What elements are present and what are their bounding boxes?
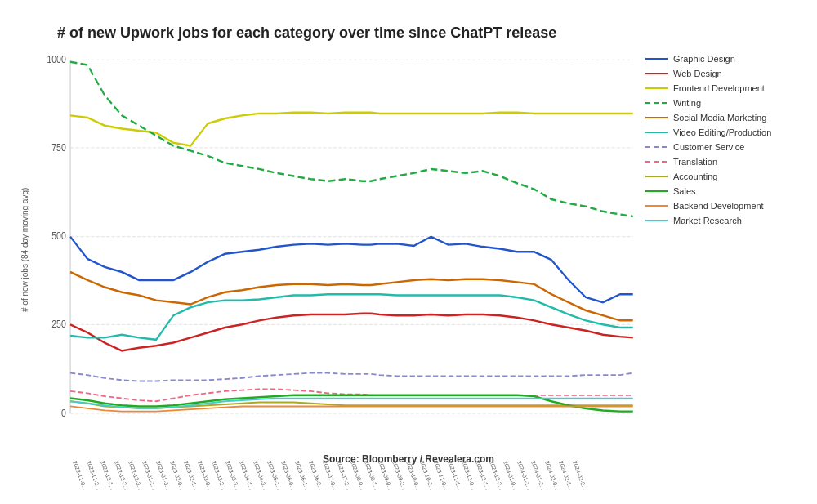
svg-text:2023-04-1...: 2023-04-1... — [239, 460, 255, 491]
legend-line-icon — [645, 146, 668, 148]
legend: Graphic DesignWeb DesignFrontend Develop… — [637, 50, 801, 454]
legend-label: Web Design — [673, 69, 722, 78]
svg-text:2023-03-3...: 2023-03-3... — [225, 460, 241, 491]
svg-text:250: 250 — [51, 319, 66, 329]
chart-title: # of new Upwork jobs for each category o… — [16, 25, 801, 42]
legend-label: Writing — [673, 98, 701, 108]
svg-text:2022-12-1...: 2022-12-1... — [100, 460, 116, 491]
legend-item: Web Design — [645, 69, 801, 78]
svg-text:2023-06-1...: 2023-06-1... — [294, 460, 310, 491]
legend-line-icon — [645, 220, 668, 221]
legend-item: Market Research — [645, 216, 801, 225]
chart-area: # of new jobs (84 day moving avg) — [16, 50, 801, 450]
svg-text:2023-07-2...: 2023-07-2... — [336, 460, 352, 491]
svg-text:2023-11-1...: 2023-11-1... — [447, 460, 463, 491]
svg-text:2023-06-0...: 2023-06-0... — [280, 460, 297, 491]
svg-text:2023-01-1...: 2023-01-1... — [141, 460, 158, 491]
legend-item: Sales — [645, 186, 801, 196]
plot-and-legend: 0 250 500 750 1000 — [36, 50, 801, 454]
svg-text:2023-08-0...: 2023-08-0... — [350, 460, 366, 491]
svg-text:2023-11-0...: 2023-11-0... — [433, 460, 449, 491]
legend-line-icon — [645, 132, 668, 133]
legend-item: Writing — [645, 98, 801, 108]
svg-text:2023-12-0...: 2023-12-0... — [461, 460, 477, 491]
svg-text:2023-01-3...: 2023-01-3... — [155, 460, 172, 491]
svg-text:2023-02-1...: 2023-02-1... — [183, 460, 199, 491]
legend-item: Social Media Marketing — [645, 113, 801, 123]
svg-text:2023-09-2...: 2023-09-2... — [391, 460, 408, 491]
svg-text:2023-03-2...: 2023-03-2... — [211, 460, 227, 491]
svg-text:2022-12-2...: 2022-12-2... — [114, 460, 130, 491]
svg-text:2023-03-0...: 2023-03-0... — [197, 460, 213, 491]
legend-label: Social Media Marketing — [673, 113, 766, 123]
svg-text:2023-09-0...: 2023-09-0... — [377, 460, 394, 491]
svg-text:2023-08-1...: 2023-08-1... — [364, 460, 380, 491]
svg-text:2023-12-1...: 2023-12-1... — [475, 460, 491, 491]
main-chart-svg: 0 250 500 750 1000 — [36, 50, 637, 454]
svg-text:2023-06-2...: 2023-06-2... — [308, 460, 324, 491]
legend-line-icon — [645, 161, 668, 163]
legend-item: Graphic Design — [645, 54, 801, 64]
legend-label: Graphic Design — [673, 54, 735, 64]
legend-label: Video Editing/Production — [673, 127, 771, 137]
svg-text:2022-11-2...: 2022-11-2... — [86, 460, 102, 491]
svg-text:2023-10-0...: 2023-10-0... — [405, 460, 422, 491]
svg-text:2023-12-2...: 2023-12-2... — [489, 460, 505, 491]
legend-label: Market Research — [673, 216, 742, 225]
svg-text:0: 0 — [61, 408, 66, 418]
svg-text:2023-04-3...: 2023-04-3... — [252, 460, 269, 491]
svg-text:2023-05-1...: 2023-05-1... — [266, 460, 283, 491]
svg-text:2024-01-2...: 2024-01-2... — [530, 460, 547, 491]
legend-label: Sales — [673, 186, 696, 196]
y-axis-label: # of new jobs (84 day moving avg) — [16, 50, 33, 450]
svg-text:750: 750 — [51, 142, 66, 153]
legend-item: Customer Service — [645, 142, 801, 152]
legend-line-icon — [645, 102, 668, 104]
legend-label: Translation — [673, 157, 717, 167]
legend-item: Translation — [645, 157, 801, 167]
legend-line-icon — [645, 87, 668, 89]
plot-wrapper: 0 250 500 750 1000 — [36, 50, 637, 454]
svg-text:2024-01-1...: 2024-01-1... — [516, 460, 533, 491]
legend-label: Backend Development — [673, 201, 764, 211]
legend-item: Frontend Development — [645, 83, 801, 93]
svg-text:2024-02-0...: 2024-02-0... — [544, 460, 560, 491]
legend-line-icon — [645, 205, 668, 207]
svg-text:2023-10-2...: 2023-10-2... — [419, 460, 435, 491]
chart-container: # of new Upwork jobs for each category o… — [8, 8, 809, 496]
x-axis-svg: 2022-11-0... 2022-11-2... 2022-12-1... 2… — [69, 457, 604, 504]
legend-item: Video Editing/Production — [645, 127, 801, 137]
svg-text:2023-02-0...: 2023-02-0... — [169, 460, 185, 491]
legend-label: Frontend Development — [673, 83, 765, 93]
chart-plot-area: 0 250 500 750 1000 — [36, 50, 801, 450]
legend-line-icon — [645, 58, 668, 60]
svg-text:2024-02-2...: 2024-02-2... — [572, 460, 588, 491]
svg-text:2022-12-3...: 2022-12-3... — [127, 460, 144, 491]
legend-item: Accounting — [645, 172, 801, 181]
svg-text:2024-01-0...: 2024-01-0... — [502, 460, 519, 491]
svg-text:2023-07-0...: 2023-07-0... — [322, 460, 338, 491]
svg-text:2024-02-1...: 2024-02-1... — [558, 460, 574, 491]
legend-line-icon — [645, 73, 668, 74]
svg-text:500: 500 — [51, 231, 66, 242]
svg-text:1000: 1000 — [47, 54, 65, 65]
legend-line-icon — [645, 176, 668, 177]
legend-label: Accounting — [673, 172, 717, 181]
legend-item: Backend Development — [645, 201, 801, 211]
svg-text:2022-11-0...: 2022-11-0... — [72, 460, 88, 491]
legend-line-icon — [645, 190, 668, 192]
legend-label: Customer Service — [673, 142, 744, 152]
legend-line-icon — [645, 117, 668, 118]
